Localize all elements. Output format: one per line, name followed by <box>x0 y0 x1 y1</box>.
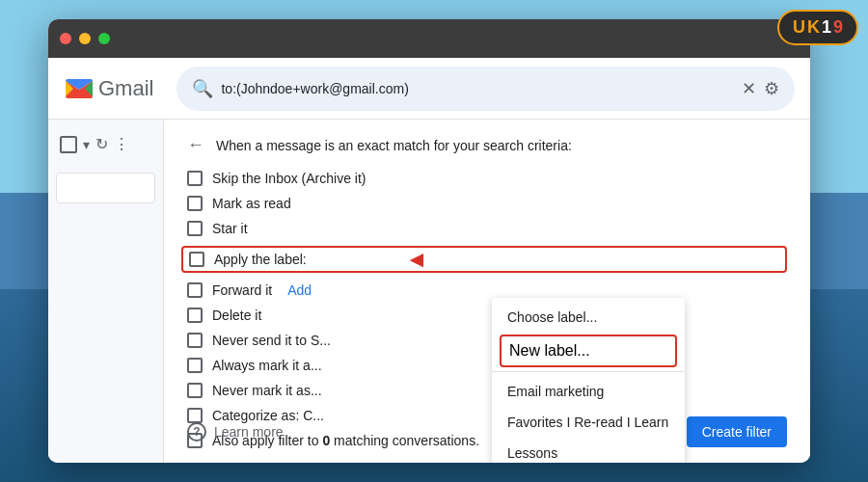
dropdown-divider <box>492 371 685 372</box>
filter-row-never-send: Never send it to S... <box>187 333 787 348</box>
close-dot[interactable] <box>60 33 71 44</box>
dropdown-item-email-marketing[interactable]: Email marketing <box>492 376 685 407</box>
search-filter-icon[interactable]: ⚙ <box>764 78 779 99</box>
label-skip-inbox: Skip the Inbox (Archive it) <box>212 171 366 186</box>
label-always-mark: Always mark it a... <box>212 358 322 373</box>
label-delete-it: Delete it <box>212 308 261 323</box>
back-button[interactable]: ← <box>187 135 204 155</box>
filter-row-skip-inbox: Skip the Inbox (Archive it) <box>187 171 787 186</box>
checkbox-skip-inbox[interactable] <box>187 171 203 186</box>
watermark-char-k: K <box>807 17 820 38</box>
watermark-char-1: 1 <box>822 17 831 38</box>
filter-row-star-it: Star it <box>187 221 787 236</box>
filter-row-mark-read: Mark as read <box>187 196 787 211</box>
more-icon[interactable]: ⋮ <box>114 135 129 153</box>
checkbox-always-mark[interactable] <box>187 358 203 373</box>
minimize-dot[interactable] <box>79 33 91 44</box>
sidebar-toolbar: ▾ ↻ ⋮ <box>56 127 155 161</box>
filter-row-always-mark: Always mark it a... <box>187 358 787 373</box>
label-apply-label: Apply the label: <box>214 252 307 267</box>
checkbox-mark-read[interactable] <box>187 196 203 211</box>
maximize-dot[interactable] <box>98 33 110 44</box>
label-never-mark: Never mark it as... <box>212 383 322 398</box>
checkbox-star-it[interactable] <box>187 221 203 236</box>
checkbox-never-send[interactable] <box>187 333 203 348</box>
dialog-header: ← When a message is an exact match for y… <box>187 135 787 155</box>
label-forward-it: Forward it <box>212 282 272 298</box>
gmail-m-icon <box>64 73 95 104</box>
gmail-logo: Gmail <box>64 73 153 104</box>
label-never-send: Never send it to S... <box>212 333 331 348</box>
select-chevron-icon[interactable]: ▾ <box>83 137 90 152</box>
red-arrow-icon: ◄ <box>405 246 428 273</box>
checkbox-never-mark[interactable] <box>187 383 203 398</box>
dialog-title: When a message is an exact match for you… <box>216 138 572 153</box>
watermark-char-9: 9 <box>833 17 843 38</box>
create-filter-button[interactable]: Create filter <box>687 416 787 447</box>
gmail-body: ▾ ↻ ⋮ ← When a message is an exact match… <box>48 120 810 463</box>
search-icon: 🔍 <box>192 78 213 99</box>
refresh-icon[interactable]: ↻ <box>95 135 108 153</box>
filter-row-apply-label: Apply the label: ◄ <box>181 246 787 273</box>
dropdown-item-favorites[interactable]: Favorites I Re-read I Learn <box>492 407 685 438</box>
browser-chrome <box>48 19 810 58</box>
gmail-header: Gmail 🔍 to:(Johndoe+work@gmail.com) ✕ ⚙ <box>48 58 810 120</box>
dropdown-item-lessons[interactable]: Lessons <box>492 438 685 463</box>
search-value: to:(Johndoe+work@gmail.com) <box>221 81 734 96</box>
filter-row-delete-it: Delete it <box>187 308 787 323</box>
select-all-checkbox[interactable] <box>60 136 77 153</box>
gmail-label: Gmail <box>98 76 153 101</box>
checkbox-apply-label[interactable] <box>189 252 204 267</box>
checkbox-delete-it[interactable] <box>187 308 203 323</box>
label-mark-read: Mark as read <box>212 196 291 211</box>
filter-row-forward-it: Forward it Add <box>187 282 787 298</box>
browser-window: Gmail 🔍 to:(Johndoe+work@gmail.com) ✕ ⚙ … <box>48 19 810 463</box>
filter-dialog: ← When a message is an exact match for y… <box>164 120 810 463</box>
dropdown-item-choose-label[interactable]: Choose label... <box>492 302 685 333</box>
watermark-char-u: U <box>793 17 805 38</box>
filter-options: Skip the Inbox (Archive it) Mark as read… <box>187 171 787 448</box>
label-dropdown-menu: Choose label... New label... Email marke… <box>492 298 685 463</box>
dialog-footer: ? Learn more Create filter <box>164 416 810 447</box>
sidebar: ▾ ↻ ⋮ <box>48 120 164 463</box>
link-forward-address[interactable]: Add <box>287 282 312 298</box>
learn-more-link[interactable]: ? Learn more <box>187 422 284 442</box>
checkbox-forward-it[interactable] <box>187 282 203 298</box>
search-clear-icon[interactable]: ✕ <box>742 78 756 99</box>
label-star-it: Star it <box>212 221 248 236</box>
learn-more-label: Learn more <box>214 424 284 440</box>
dropdown-item-new-label[interactable]: New label... <box>500 335 677 367</box>
gmail-container: Gmail 🔍 to:(Johndoe+work@gmail.com) ✕ ⚙ … <box>48 58 810 463</box>
watermark-logo: U K 1 9 <box>777 10 858 45</box>
search-bar[interactable]: 🔍 to:(Johndoe+work@gmail.com) ✕ ⚙ <box>176 67 795 111</box>
help-icon: ? <box>187 422 206 442</box>
sidebar-search-input[interactable] <box>56 173 155 203</box>
filter-row-never-mark: Never mark it as... <box>187 383 787 398</box>
